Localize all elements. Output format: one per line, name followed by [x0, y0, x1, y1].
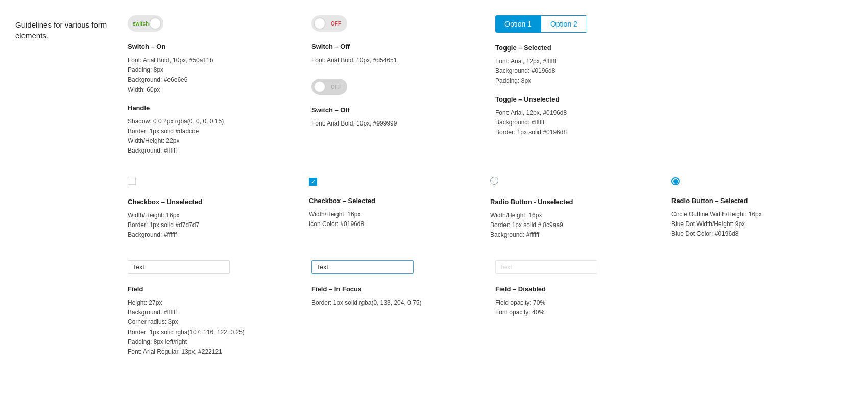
switch-on-control[interactable]: switch-on: [128, 15, 163, 32]
switch-off-widget: OFF: [311, 15, 485, 32]
handle-title: Handle: [128, 104, 301, 112]
field-disabled-title: Field – Disabled: [495, 285, 669, 293]
toggle-unselected-desc: Font: Arial, 12px, #0196d8 Background: #…: [495, 108, 756, 138]
page-container: Guidelines for various formelements. swi…: [0, 0, 868, 399]
switch-off-title: Switch – Off: [311, 43, 485, 51]
toggle-selected-desc: Font: Arial, 12px, #ffffff Background: #…: [495, 57, 756, 86]
radio-selected-desc: Circle Outline Width/Height: 16px Blue D…: [671, 210, 842, 239]
checkbox-unselected-desc: Width/Height: 16px Border: 1px solid #d7…: [128, 211, 299, 240]
cell-radio-selected: Radio Button – Selected Circle Outline W…: [671, 177, 853, 240]
main-content: switch-on Switch – On Font: Arial Bold, …: [128, 15, 853, 384]
switch-on-desc: Font: Arial Bold, 10px, #50a11b Padding:…: [128, 56, 301, 95]
switch-on-handle: [150, 18, 161, 29]
field-focused-input[interactable]: [311, 260, 414, 274]
toggle-option1-button[interactable]: Option 1: [495, 15, 541, 33]
field-normal-widget: [128, 260, 301, 274]
field-normal-title: Field: [128, 285, 301, 293]
checkbox-selected-control[interactable]: ✓: [309, 178, 317, 186]
radio-unselected-desc: Width/Height: 16px Border: 1px solid # 8…: [490, 211, 661, 240]
radio-unselected-widget: [490, 177, 661, 187]
cell-checkbox-unselected: Checkbox – Unselected Width/Height: 16px…: [128, 177, 309, 240]
checkbox-unselected-title: Checkbox – Unselected: [128, 198, 299, 206]
switch-on-title: Switch – On: [128, 43, 301, 51]
switch-off-control[interactable]: OFF: [311, 15, 347, 32]
cell-switch-on: switch-on Switch – On Font: Arial Bold, …: [128, 15, 311, 156]
cell-field-disabled: Field – Disabled Field opacity: 70% Font…: [495, 260, 679, 357]
switch-off-disabled-handle: [314, 81, 325, 92]
toggle-option2-button[interactable]: Option 2: [541, 15, 587, 33]
field-disabled-desc: Field opacity: 70% Font opacity: 40%: [495, 298, 669, 317]
checkbox-selected-title: Checkbox – Selected: [309, 197, 480, 205]
field-focused-widget: [311, 260, 485, 274]
field-normal-input[interactable]: [128, 260, 230, 274]
row-checkboxes: Checkbox – Unselected Width/Height: 16px…: [128, 177, 853, 240]
field-normal-desc: Height: 27px Background: #ffffff Corner …: [128, 298, 301, 357]
cell-field-focused: Field – In Focus Border: 1px solid rgba(…: [311, 260, 495, 357]
switch-off-disabled-widget: OFF: [311, 79, 485, 95]
switch-off-disabled-label: OFF: [331, 84, 341, 90]
checkbox-unselected-control[interactable]: [128, 177, 136, 185]
switch-off-disabled-title: Switch – Off: [311, 106, 485, 114]
switch-on-widget: switch-on: [128, 15, 301, 32]
switch-off-handle: [314, 18, 325, 29]
radio-selected-dot: [673, 179, 678, 184]
switch-off-disabled-control: OFF: [311, 79, 347, 95]
field-disabled-input: [495, 260, 597, 274]
toggle-selected-title: Toggle – Selected: [495, 44, 756, 52]
radio-selected-title: Radio Button – Selected: [671, 197, 842, 205]
checkbox-selected-widget: ✓: [309, 177, 480, 186]
radio-unselected-control[interactable]: [490, 177, 498, 185]
cell-field-normal: Field Height: 27px Background: #ffffff C…: [128, 260, 311, 357]
radio-selected-control[interactable]: [671, 177, 680, 185]
toggle-widget: Option 1 Option 2: [495, 15, 756, 33]
toggle-group: Option 1 Option 2: [495, 15, 587, 33]
handle-desc: Shadow: 0 0 2px rgba(0, 0, 0, 0.15) Bord…: [128, 117, 301, 156]
field-focused-title: Field – In Focus: [311, 285, 485, 293]
intro-text: Guidelines for various formelements.: [15, 20, 107, 40]
row-switches: switch-on Switch – On Font: Arial Bold, …: [128, 15, 853, 156]
toggle-unselected-title: Toggle – Unselected: [495, 95, 756, 103]
cell-checkbox-selected: ✓ Checkbox – Selected Width/Height: 16px…: [309, 177, 490, 240]
switch-off-desc: Font: Arial Bold, 10px, #d54651: [311, 56, 485, 65]
checkbox-selected-desc: Width/Height: 16px Icon Color: #0196d8: [309, 210, 480, 229]
field-focused-desc: Border: 1px solid rgba(0, 133, 204, 0.75…: [311, 298, 485, 308]
radio-selected-widget: [671, 177, 842, 186]
cell-radio-unselected: Radio Button - Unselected Width/Height: …: [490, 177, 671, 240]
switch-off-disabled-desc: Font: Arial Bold, 10px, #999999: [311, 119, 485, 129]
radio-unselected-title: Radio Button - Unselected: [490, 198, 661, 206]
field-disabled-widget: [495, 260, 669, 274]
checkbox-unselected-widget: [128, 177, 299, 187]
switch-off-label: OFF: [331, 21, 341, 27]
row-fields: Field Height: 27px Background: #ffffff C…: [128, 260, 853, 357]
cell-switch-off: OFF Switch – Off Font: Arial Bold, 10px,…: [311, 15, 495, 156]
intro-label: Guidelines for various formelements.: [15, 15, 128, 384]
cell-toggle: Option 1 Option 2 Toggle – Selected Font…: [495, 15, 766, 156]
